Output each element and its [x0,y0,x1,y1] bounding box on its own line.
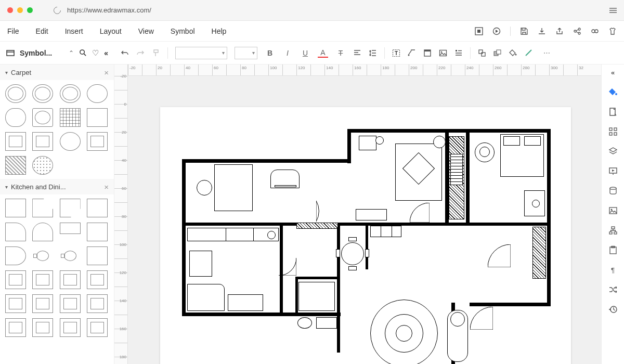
carpet-shape[interactable] [32,156,53,175]
redo-icon[interactable] [136,49,145,57]
carpet-shape[interactable] [32,108,53,127]
font-color-button[interactable]: A [318,48,328,58]
page[interactable] [160,107,571,364]
kitchen-shape[interactable] [32,270,53,289]
carpet-shape[interactable] [60,108,81,127]
browser-menu-icon[interactable] [609,8,617,13]
chevron-up-icon[interactable]: ⌃ [69,49,74,57]
history-panel-icon[interactable] [608,305,618,314]
kitchen-shape[interactable] [5,318,26,337]
menu-layout[interactable]: Layout [100,27,122,35]
group-icon[interactable] [478,49,486,57]
canvas[interactable]: -202040608010012014016018020022024026028… [128,64,601,364]
fill-panel-icon[interactable] [608,87,618,97]
italic-button[interactable]: I [282,49,293,57]
kitchen-shape[interactable] [5,223,26,241]
collapse-right-icon[interactable]: « [608,68,618,77]
paragraph-panel-icon[interactable]: ¶ [608,265,618,275]
close-panel-icon[interactable]: × [104,68,109,77]
menu-edit[interactable]: Edit [36,27,48,35]
kitchen-shape[interactable] [87,199,108,217]
tshirt-icon[interactable] [608,27,617,35]
more-tools-button[interactable]: ⋯ [543,49,551,57]
kitchen-shape[interactable] [5,199,26,217]
kitchen-shape[interactable] [60,246,81,265]
image-panel-icon[interactable] [608,206,618,215]
heart-icon[interactable]: ♡ [92,48,99,58]
kitchen-shape[interactable] [32,318,53,337]
focus-mode-icon[interactable] [475,27,483,35]
tree-panel-icon[interactable] [608,226,618,235]
carpet-shape[interactable] [60,132,81,151]
find-icon[interactable] [591,27,599,35]
image-icon[interactable] [439,49,447,57]
container-icon[interactable] [423,49,432,57]
menu-file[interactable]: File [7,27,19,35]
layers-panel-icon[interactable] [608,147,618,156]
arrange-icon[interactable] [493,49,502,57]
kitchen-shape[interactable] [32,294,53,313]
panel-header-carpet[interactable]: ▾ Carpet × [0,64,114,80]
kitchen-shape[interactable] [32,199,53,217]
kitchen-shape[interactable] [5,246,26,265]
kitchen-shape[interactable] [87,294,108,313]
kitchen-shape[interactable] [87,246,108,265]
menu-symbol[interactable]: Symbol [171,27,195,35]
kitchen-shape[interactable] [87,270,108,289]
font-size-select[interactable]: ▾ [235,47,257,59]
carpet-shape[interactable] [32,132,53,151]
kitchen-shape[interactable] [60,223,81,234]
kitchen-shape[interactable] [60,270,81,289]
kitchen-shape[interactable] [60,318,81,337]
line-style-icon[interactable] [525,49,533,57]
menu-view[interactable]: View [138,27,154,35]
download-icon[interactable] [538,27,546,35]
bold-button[interactable]: B [265,49,275,57]
clipboard-panel-icon[interactable] [608,245,618,255]
carpet-shape[interactable] [5,132,26,151]
search-icon[interactable] [79,49,87,57]
collapse-left-icon[interactable]: « [104,49,108,57]
export-icon[interactable] [555,27,564,35]
text-tool-icon[interactable]: T [392,49,400,57]
kitchen-shape[interactable] [5,294,26,313]
undo-icon[interactable] [121,49,129,57]
presentation-panel-icon[interactable] [608,166,618,176]
menu-insert[interactable]: Insert [65,27,83,35]
kitchen-shape[interactable] [60,199,81,217]
kitchen-shape[interactable] [87,318,108,337]
close-window-icon[interactable] [7,7,13,13]
kitchen-shape[interactable] [60,294,81,313]
database-panel-icon[interactable] [608,186,618,196]
menu-help[interactable]: Help [212,27,227,35]
play-icon[interactable] [492,27,501,35]
share-icon[interactable] [573,27,581,35]
font-family-select[interactable]: ▾ [175,47,227,59]
maximize-window-icon[interactable] [27,7,33,13]
shuffle-panel-icon[interactable] [608,285,618,294]
page-panel-icon[interactable] [608,107,618,116]
minimize-window-icon[interactable] [17,7,23,13]
carpet-shape[interactable] [87,84,108,103]
clear-format-button[interactable]: T [335,49,346,57]
carpet-shape[interactable] [87,108,108,127]
format-painter-icon[interactable] [152,49,160,57]
kitchen-shape[interactable] [32,246,53,265]
underline-button[interactable]: U [300,49,310,57]
library-icon[interactable] [6,49,15,57]
kitchen-shape[interactable] [32,223,53,241]
save-icon[interactable] [520,27,528,35]
grid-panel-icon[interactable] [608,127,618,136]
carpet-shape[interactable] [87,132,108,151]
kitchen-shape[interactable] [5,270,26,289]
connector-icon[interactable] [408,49,416,57]
carpet-shape[interactable] [5,108,26,127]
list-icon[interactable] [454,49,463,57]
fill-icon[interactable] [509,49,517,57]
line-spacing-icon[interactable] [369,49,377,57]
address-bar[interactable]: https://www.edrawmax.com/ [54,6,604,14]
carpet-shape[interactable] [60,84,81,103]
panel-header-kitchen[interactable]: ▾ Kitchen and Dini... × [0,179,114,194]
close-panel-icon[interactable]: × [104,183,109,191]
kitchen-shape[interactable] [87,223,108,241]
